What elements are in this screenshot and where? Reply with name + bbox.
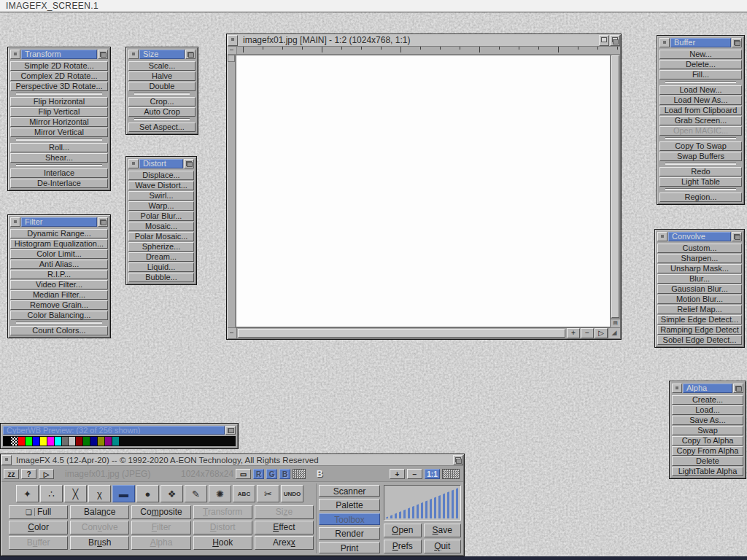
zoom-gadget[interactable] (599, 35, 609, 46)
arexx-button[interactable]: Arexx (255, 536, 314, 550)
close-gadget[interactable] (10, 50, 20, 59)
palette-swatch[interactable] (40, 437, 47, 446)
close-gadget[interactable] (672, 384, 682, 393)
panel-gadget-icon[interactable]: ▤ (611, 319, 620, 327)
window-title-bar[interactable]: Size (128, 50, 196, 59)
palette-swatch[interactable] (69, 437, 75, 446)
simple-edge-detect-button[interactable]: Simple Edge Detect... (657, 315, 742, 324)
airbrush-tool[interactable]: ✺ (209, 485, 231, 502)
create-button[interactable]: Create... (672, 395, 743, 405)
sharpen-button[interactable]: Sharpen... (657, 254, 742, 263)
scale-button[interactable]: Scale... (128, 61, 196, 71)
gaussian-blur-button[interactable]: Gaussian Blur... (657, 284, 742, 294)
blur-button[interactable]: Blur... (657, 274, 742, 284)
depth-gadget[interactable] (453, 455, 463, 465)
zoom-in-button[interactable]: + (390, 469, 405, 479)
double-button[interactable]: Double (128, 82, 196, 91)
undo-button[interactable]: UNDO (281, 485, 303, 502)
de-interlace-button[interactable]: De-Interlace (10, 179, 108, 188)
depth-gadget[interactable] (733, 384, 743, 393)
palette-button[interactable]: Palette (319, 499, 380, 510)
blue-channel-toggle[interactable]: B (279, 469, 290, 479)
depth-gadget[interactable] (732, 232, 742, 241)
window-title-bar[interactable]: CyberWB Preview: (32 of 256 shown) (3, 426, 236, 435)
palette-swatch[interactable] (90, 437, 97, 446)
palette-swatch[interactable] (18, 437, 25, 446)
swap-buffers-button[interactable]: Swap Buffers (659, 152, 742, 161)
liquid-button[interactable]: Liquid... (128, 262, 194, 272)
depth-gadget[interactable] (225, 426, 236, 435)
effect-button[interactable]: Effect (255, 521, 314, 534)
complex-2d-rotate-button[interactable]: Complex 2D Rotate... (10, 71, 108, 81)
region-button[interactable]: Region... (659, 192, 742, 202)
pattern-box[interactable] (442, 469, 460, 479)
save-as-button[interactable]: Save As... (672, 416, 743, 425)
image-window-title-bar[interactable]: imagefx01.jpg [MAIN] - 1:2 (1024x768, 1:… (228, 35, 620, 47)
palette-swatch[interactable] (4, 437, 10, 446)
roll-button[interactable]: Roll... (10, 143, 108, 152)
scanner-button[interactable]: Scanner (319, 485, 380, 497)
warp-button[interactable]: Warp... (128, 201, 194, 211)
palette-swatch[interactable] (134, 437, 141, 446)
remove-grain-button[interactable]: Remove Grain... (10, 300, 108, 310)
palette-swatch[interactable] (214, 437, 220, 446)
sobel-edge-detect-button[interactable]: Sobel Edge Detect... (657, 335, 742, 345)
palette-swatch[interactable] (105, 437, 112, 446)
relief-map-button[interactable]: Relief Map... (657, 305, 742, 314)
polar-blur-button[interactable]: Polar Blur... (128, 211, 194, 221)
interlace-button[interactable]: Interlace (10, 168, 108, 178)
horizontal-scroll-thumb[interactable] (238, 329, 565, 338)
red-channel-toggle[interactable]: R (253, 469, 264, 479)
color-limit-button[interactable]: Color Limit... (10, 249, 108, 259)
depth-gadget[interactable] (185, 50, 196, 59)
zoom-out-button[interactable]: − (581, 328, 594, 338)
snooze-button[interactable]: zz (4, 469, 19, 479)
palette-swatch[interactable] (178, 437, 185, 446)
window-title-bar[interactable]: Alpha (672, 384, 743, 393)
halve-button[interactable]: Halve (128, 71, 196, 81)
palette-swatch[interactable] (112, 437, 119, 446)
line-tool[interactable]: ╳ (64, 485, 87, 502)
video-filter-button[interactable]: Video Filter... (10, 280, 108, 289)
ramping-edge-detect-button[interactable]: Ramping Edge Detect (657, 325, 742, 335)
green-channel-toggle[interactable]: G (266, 469, 277, 479)
palette-swatch[interactable] (47, 437, 54, 446)
quit-button[interactable]: Quit (424, 540, 462, 553)
r-i-p-button[interactable]: R.I.P... (10, 270, 108, 279)
custom-button[interactable]: Custom... (657, 244, 742, 253)
palette-swatch[interactable] (76, 437, 82, 446)
redo-button[interactable]: Redo (659, 167, 742, 176)
light-table-button[interactable]: Light Table (659, 177, 742, 187)
balance-button[interactable]: Balance (70, 505, 129, 519)
perspective-3d-rotate-button[interactable]: Perspective 3D Rotate... (10, 82, 108, 91)
scissors-tool[interactable]: ✂ (257, 485, 279, 502)
mirror-horizontal-button[interactable]: Mirror Horizontal (10, 117, 108, 127)
toolbox-button[interactable]: Toolbox (319, 513, 380, 525)
displace-button[interactable]: Displace... (128, 171, 194, 180)
window-title-bar[interactable]: Convolve (657, 232, 742, 241)
palette-swatch[interactable] (228, 437, 235, 446)
toolbox-title-bar[interactable]: ImageFX 4.5 (12-Apr-20) -- © 1992-2020 A… (1, 455, 463, 466)
close-gadget[interactable] (657, 232, 667, 241)
hook-button[interactable]: Hook (193, 536, 252, 550)
palette-swatch[interactable] (171, 437, 177, 446)
close-gadget[interactable] (1, 455, 12, 465)
prefs-button[interactable]: Prefs (384, 540, 422, 553)
palette-swatch[interactable] (62, 437, 69, 446)
palette-swatch[interactable] (206, 437, 213, 446)
palette-swatch[interactable] (149, 437, 155, 446)
screen-title-bar[interactable]: IMAGEFX_SCREEN.1 (0, 0, 747, 12)
composite-button[interactable]: Composite (131, 505, 190, 519)
full-button[interactable]: ❏Full (9, 505, 68, 519)
screen-mode-button[interactable]: ▭ (236, 469, 251, 479)
depth-gadget[interactable] (184, 159, 194, 168)
vertical-scroll-thumb[interactable] (611, 55, 619, 318)
resize-gadget[interactable]: ◢ (608, 328, 620, 338)
mirror-vertical-button[interactable]: Mirror Vertical (10, 128, 108, 137)
shear-button[interactable]: Shear... (10, 153, 108, 163)
close-gadget[interactable] (10, 217, 20, 227)
palette-swatch[interactable] (156, 437, 163, 446)
lighttable-alpha-button[interactable]: LightTable Alpha (672, 467, 743, 476)
palette-swatch[interactable] (83, 437, 90, 446)
palette-swatch[interactable] (55, 437, 61, 446)
